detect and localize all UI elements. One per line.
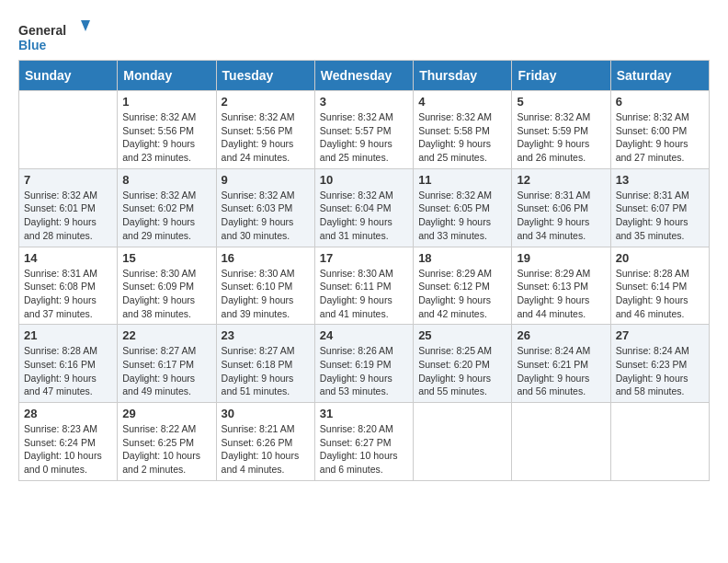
week-row-4: 21Sunrise: 8:28 AMSunset: 6:16 PMDayligh… <box>19 325 710 403</box>
day-info: Sunrise: 8:32 AMSunset: 6:01 PMDaylight:… <box>24 189 112 243</box>
week-row-5: 28Sunrise: 8:23 AMSunset: 6:24 PMDayligh… <box>19 403 710 481</box>
day-info: Sunrise: 8:31 AMSunset: 6:08 PMDaylight:… <box>24 267 112 321</box>
calendar-cell: 14Sunrise: 8:31 AMSunset: 6:08 PMDayligh… <box>19 247 118 325</box>
calendar-cell: 24Sunrise: 8:26 AMSunset: 6:19 PMDayligh… <box>314 325 413 403</box>
day-number: 16 <box>222 251 310 265</box>
calendar-cell: 25Sunrise: 8:25 AMSunset: 6:20 PMDayligh… <box>414 325 512 403</box>
day-number: 5 <box>517 95 605 109</box>
day-number: 13 <box>616 173 704 187</box>
svg-text:Blue: Blue <box>18 38 47 52</box>
calendar-cell: 28Sunrise: 8:23 AMSunset: 6:24 PMDayligh… <box>19 403 118 481</box>
weekday-header-thursday: Thursday <box>414 61 512 91</box>
week-row-2: 7Sunrise: 8:32 AMSunset: 6:01 PMDaylight… <box>19 168 710 247</box>
calendar-cell: 19Sunrise: 8:29 AMSunset: 6:13 PMDayligh… <box>512 247 610 325</box>
calendar-cell: 16Sunrise: 8:30 AMSunset: 6:10 PMDayligh… <box>216 247 314 325</box>
weekday-header-row: SundayMondayTuesdayWednesdayThursdayFrid… <box>19 61 710 91</box>
day-number: 29 <box>122 407 210 420</box>
day-number: 3 <box>320 95 408 109</box>
day-info: Sunrise: 8:32 AMSunset: 6:05 PMDaylight:… <box>418 189 506 243</box>
logo: General Blue <box>18 18 92 55</box>
day-info: Sunrise: 8:32 AMSunset: 6:04 PMDaylight:… <box>320 189 408 243</box>
calendar-cell: 17Sunrise: 8:30 AMSunset: 6:11 PMDayligh… <box>314 247 413 325</box>
calendar-cell: 18Sunrise: 8:29 AMSunset: 6:12 PMDayligh… <box>414 247 512 325</box>
calendar-cell: 11Sunrise: 8:32 AMSunset: 6:05 PMDayligh… <box>414 168 512 247</box>
day-info: Sunrise: 8:22 AMSunset: 6:25 PMDaylight:… <box>122 422 210 477</box>
day-info: Sunrise: 8:28 AMSunset: 6:16 PMDaylight:… <box>24 344 112 398</box>
calendar-cell: 22Sunrise: 8:27 AMSunset: 6:17 PMDayligh… <box>118 325 216 403</box>
day-info: Sunrise: 8:21 AMSunset: 6:26 PMDaylight:… <box>222 422 310 477</box>
day-number: 1 <box>122 95 210 109</box>
calendar-cell: 23Sunrise: 8:27 AMSunset: 6:18 PMDayligh… <box>216 325 314 403</box>
calendar-cell: 1Sunrise: 8:32 AMSunset: 5:56 PMDaylight… <box>118 91 216 169</box>
day-info: Sunrise: 8:25 AMSunset: 6:20 PMDaylight:… <box>418 344 506 398</box>
day-info: Sunrise: 8:29 AMSunset: 6:13 PMDaylight:… <box>517 267 605 321</box>
calendar-cell: 7Sunrise: 8:32 AMSunset: 6:01 PMDaylight… <box>19 168 118 247</box>
day-number: 30 <box>222 407 310 420</box>
day-info: Sunrise: 8:26 AMSunset: 6:19 PMDaylight:… <box>320 344 408 398</box>
weekday-header-tuesday: Tuesday <box>216 61 314 91</box>
calendar-cell: 29Sunrise: 8:22 AMSunset: 6:25 PMDayligh… <box>118 403 216 481</box>
svg-marker-2 <box>81 20 90 31</box>
calendar-cell: 13Sunrise: 8:31 AMSunset: 6:07 PMDayligh… <box>610 168 709 247</box>
calendar-cell: 21Sunrise: 8:28 AMSunset: 6:16 PMDayligh… <box>19 325 118 403</box>
day-info: Sunrise: 8:32 AMSunset: 5:56 PMDaylight:… <box>222 110 310 165</box>
day-info: Sunrise: 8:30 AMSunset: 6:10 PMDaylight:… <box>222 267 310 321</box>
day-number: 9 <box>222 173 310 187</box>
calendar-cell: 3Sunrise: 8:32 AMSunset: 5:57 PMDaylight… <box>314 91 413 169</box>
day-number: 21 <box>24 328 112 342</box>
day-number: 18 <box>418 251 506 265</box>
calendar-cell: 15Sunrise: 8:30 AMSunset: 6:09 PMDayligh… <box>118 247 216 325</box>
day-number: 23 <box>222 328 310 342</box>
day-number: 2 <box>222 95 310 109</box>
weekday-header-monday: Monday <box>118 61 216 91</box>
day-number: 20 <box>616 251 704 265</box>
day-number: 14 <box>24 251 112 265</box>
week-row-1: 1Sunrise: 8:32 AMSunset: 5:56 PMDaylight… <box>19 91 710 169</box>
day-info: Sunrise: 8:24 AMSunset: 6:23 PMDaylight:… <box>616 344 704 398</box>
calendar-cell: 27Sunrise: 8:24 AMSunset: 6:23 PMDayligh… <box>610 325 709 403</box>
day-number: 4 <box>418 95 506 109</box>
day-info: Sunrise: 8:23 AMSunset: 6:24 PMDaylight:… <box>24 422 112 477</box>
day-info: Sunrise: 8:28 AMSunset: 6:14 PMDaylight:… <box>616 267 704 321</box>
day-number: 12 <box>517 173 605 187</box>
calendar-cell: 10Sunrise: 8:32 AMSunset: 6:04 PMDayligh… <box>314 168 413 247</box>
weekday-header-saturday: Saturday <box>610 61 709 91</box>
calendar-cell: 2Sunrise: 8:32 AMSunset: 5:56 PMDaylight… <box>216 91 314 169</box>
logo-svg: General Blue <box>18 18 92 55</box>
day-info: Sunrise: 8:32 AMSunset: 5:57 PMDaylight:… <box>320 110 408 165</box>
day-info: Sunrise: 8:24 AMSunset: 6:21 PMDaylight:… <box>517 344 605 398</box>
week-row-3: 14Sunrise: 8:31 AMSunset: 6:08 PMDayligh… <box>19 247 710 325</box>
day-info: Sunrise: 8:32 AMSunset: 6:03 PMDaylight:… <box>222 189 310 243</box>
day-info: Sunrise: 8:31 AMSunset: 6:06 PMDaylight:… <box>517 189 605 243</box>
day-number: 11 <box>418 173 506 187</box>
calendar-cell: 26Sunrise: 8:24 AMSunset: 6:21 PMDayligh… <box>512 325 610 403</box>
day-info: Sunrise: 8:32 AMSunset: 6:00 PMDaylight:… <box>616 110 704 165</box>
day-info: Sunrise: 8:30 AMSunset: 6:09 PMDaylight:… <box>122 267 210 321</box>
calendar-table: SundayMondayTuesdayWednesdayThursdayFrid… <box>18 60 710 481</box>
calendar-cell: 9Sunrise: 8:32 AMSunset: 6:03 PMDaylight… <box>216 168 314 247</box>
day-number: 8 <box>122 173 210 187</box>
calendar-cell <box>414 403 512 481</box>
day-number: 22 <box>122 328 210 342</box>
calendar-cell <box>610 403 709 481</box>
calendar-cell: 12Sunrise: 8:31 AMSunset: 6:06 PMDayligh… <box>512 168 610 247</box>
day-number: 31 <box>320 407 408 420</box>
day-info: Sunrise: 8:32 AMSunset: 6:02 PMDaylight:… <box>122 189 210 243</box>
day-number: 25 <box>418 328 506 342</box>
calendar-cell: 30Sunrise: 8:21 AMSunset: 6:26 PMDayligh… <box>216 403 314 481</box>
day-info: Sunrise: 8:20 AMSunset: 6:27 PMDaylight:… <box>320 422 408 477</box>
day-info: Sunrise: 8:32 AMSunset: 5:58 PMDaylight:… <box>418 110 506 165</box>
calendar-cell: 4Sunrise: 8:32 AMSunset: 5:58 PMDaylight… <box>414 91 512 169</box>
svg-text:General: General <box>18 23 66 38</box>
day-number: 10 <box>320 173 408 187</box>
day-info: Sunrise: 8:29 AMSunset: 6:12 PMDaylight:… <box>418 267 506 321</box>
calendar-cell: 20Sunrise: 8:28 AMSunset: 6:14 PMDayligh… <box>610 247 709 325</box>
calendar-cell: 31Sunrise: 8:20 AMSunset: 6:27 PMDayligh… <box>314 403 413 481</box>
calendar-cell: 8Sunrise: 8:32 AMSunset: 6:02 PMDaylight… <box>118 168 216 247</box>
day-number: 28 <box>24 407 112 420</box>
day-number: 27 <box>616 328 704 342</box>
weekday-header-friday: Friday <box>512 61 610 91</box>
header: General Blue <box>9 9 719 60</box>
day-info: Sunrise: 8:32 AMSunset: 5:56 PMDaylight:… <box>122 110 210 165</box>
day-info: Sunrise: 8:30 AMSunset: 6:11 PMDaylight:… <box>320 267 408 321</box>
